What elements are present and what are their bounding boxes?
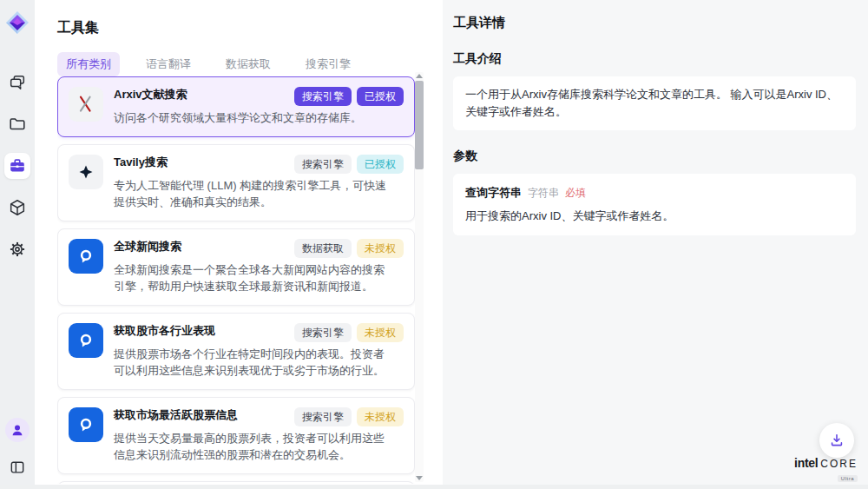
category-badge: 搜索引擎	[294, 87, 352, 106]
page-title: 工具集	[57, 19, 443, 37]
gear-icon	[8, 240, 27, 259]
param-description: 用于搜索的Arxiv ID、关键字或作者姓名。	[465, 208, 844, 224]
download-button[interactable]	[819, 423, 854, 458]
status-badge: 未授权	[357, 239, 404, 258]
user-avatar[interactable]	[5, 418, 30, 442]
tool-card-arxiv[interactable]: Arxiv文献搜索 搜索引擎 已授权 访问各个研究领域大量科学论文和文章的存储库…	[57, 76, 415, 137]
category-badge: 搜索引擎	[294, 155, 352, 174]
params-heading: 参数	[453, 149, 856, 164]
badges: 数据获取 未授权	[294, 239, 404, 258]
card-content: Arxiv文献搜索 搜索引擎 已授权 访问各个研究领域大量科学论文和文章的存储库…	[114, 87, 404, 127]
brand-core-text: CORE	[820, 459, 858, 469]
tavily-star-icon	[69, 155, 103, 189]
card-content: 获取股市各行业表现 搜索引擎 未授权 提供股票市场各个行业在特定时间段内的表现。…	[114, 323, 404, 380]
category-badge: 数据获取	[294, 239, 352, 258]
card-content: Tavily搜索 搜索引擎 已授权 专为人工智能代理 (LLM) 构建的搜索引擎…	[114, 155, 404, 211]
juhe-news-icon	[69, 407, 103, 442]
badges: 搜索引擎 未授权	[294, 407, 404, 426]
detail-title: 工具详情	[453, 15, 856, 31]
panel-toggle-icon	[9, 459, 26, 476]
category-tabs: 所有类别 语言翻译 数据获取 搜索引擎	[57, 52, 443, 76]
sidebar-item-settings[interactable]	[4, 236, 30, 262]
tab-all-categories[interactable]: 所有类别	[57, 52, 120, 76]
category-badge: 搜索引擎	[294, 323, 352, 342]
folder-icon	[8, 115, 27, 134]
panel-toggle-button[interactable]	[4, 454, 30, 480]
status-badge: 未授权	[357, 323, 404, 342]
tab-language-translation[interactable]: 语言翻译	[137, 52, 200, 76]
tool-card-list: Arxiv文献搜索 搜索引擎 已授权 访问各个研究领域大量科学论文和文章的存储库…	[57, 76, 415, 484]
tool-detail-panel: 工具详情 工具介绍 一个用于从Arxiv存储库搜索科学论文和文章的工具。 输入可…	[443, 0, 868, 489]
param-type: 字符串	[528, 186, 559, 201]
sidebar-item-files[interactable]	[4, 111, 30, 137]
user-avatar-icon	[9, 421, 26, 439]
status-badge: 未授权	[357, 407, 404, 426]
tool-description: 访问各个研究领域大量科学论文和文章的存储库。	[114, 109, 404, 127]
intel-core-logo: intel CORE Ultra	[794, 457, 858, 483]
cube-icon	[8, 198, 27, 217]
status-badge: 已授权	[357, 155, 404, 174]
tab-data-fetching[interactable]: 数据获取	[217, 52, 279, 76]
badges: 搜索引擎 已授权	[294, 155, 404, 174]
brand-ultra-badge: Ultra	[838, 475, 858, 482]
badges: 搜索引擎 未授权	[294, 323, 404, 342]
sidebar-item-models[interactable]	[4, 195, 30, 221]
scroll-up-arrow-icon[interactable]	[416, 74, 423, 78]
tool-description: 全球新闻搜索是一个聚合全球各大新闻网站内容的搜索引擎，帮助用户快速获取全球最新资…	[114, 261, 404, 295]
param-required-flag: 必填	[565, 186, 586, 201]
sidebar-item-tools[interactable]	[4, 153, 30, 179]
tool-title: Tavily搜索	[114, 155, 168, 170]
toolbox-icon	[8, 156, 27, 175]
tool-card-regional-news[interactable]: 万维地区新闻查询 搜索引擎 未授权 查询具体行政区划内的新闻，快速了解各地新闻动	[57, 481, 415, 485]
card-content: 获取市场最活跃股票信息 搜索引擎 未授权 提供当天交易量最高的股票列表，投资者可…	[114, 407, 404, 464]
icon-rail	[0, 0, 35, 489]
badges: 搜索引擎 已授权	[294, 87, 404, 106]
sidebar-item-chat[interactable]	[4, 69, 30, 96]
status-badge: 已授权	[357, 87, 404, 106]
chat-icon	[8, 73, 27, 92]
tool-title: Arxiv文献搜索	[114, 87, 187, 102]
brand-intel-text: intel	[794, 457, 818, 469]
juhe-news-icon	[69, 323, 103, 358]
intro-heading: 工具介绍	[453, 51, 856, 67]
tool-description: 专为人工智能代理 (LLM) 构建的搜索引擎工具，可快速提供实时、准确和真实的结…	[114, 177, 404, 211]
parameter-item: 查询字符串 字符串 必填 用于搜索的Arxiv ID、关键字或作者姓名。	[453, 174, 856, 235]
tool-title: 获取股市各行业表现	[114, 323, 215, 339]
bottom-edge-strip	[0, 485, 868, 489]
tab-search-engine[interactable]: 搜索引擎	[297, 52, 359, 76]
download-icon	[828, 432, 845, 449]
tool-card-global-news[interactable]: 全球新闻搜索 数据获取 未授权 全球新闻搜索是一个聚合全球各大新闻网站内容的搜索…	[57, 228, 415, 306]
scroll-down-arrow-icon[interactable]	[416, 476, 423, 480]
app-logo-diamond-icon	[5, 10, 30, 35]
tool-intro-text: 一个用于从Arxiv存储库搜索科学论文和文章的工具。 输入可以是Arxiv ID…	[453, 76, 856, 130]
tool-card-sector-performance[interactable]: 获取股市各行业表现 搜索引擎 未授权 提供股票市场各个行业在特定时间段内的表现。…	[57, 313, 415, 390]
tool-title: 全球新闻搜索	[114, 239, 181, 254]
list-scrollbar[interactable]	[415, 72, 424, 482]
param-name: 查询字符串	[465, 185, 522, 201]
card-content: 全球新闻搜索 数据获取 未授权 全球新闻搜索是一个聚合全球各大新闻网站内容的搜索…	[114, 239, 404, 295]
category-badge: 搜索引擎	[294, 407, 352, 426]
tool-title: 获取市场最活跃股票信息	[114, 407, 238, 423]
arxiv-icon	[69, 87, 103, 122]
scrollbar-thumb[interactable]	[415, 81, 424, 169]
tool-card-active-stocks[interactable]: 获取市场最活跃股票信息 搜索引擎 未授权 提供当天交易量最高的股票列表，投资者可…	[57, 397, 415, 474]
juhe-news-icon	[69, 239, 103, 274]
tool-description: 提供股票市场各个行业在特定时间段内的表现。投资者可以利用这些信息来识别表现优于或…	[114, 346, 404, 380]
tool-description: 提供当天交易量最高的股票列表，投资者可以利用这些信息来识别流动性强的股票和潜在的…	[114, 430, 404, 464]
tool-list-panel: 工具集 所有类别 语言翻译 数据获取 搜索引擎 Arxiv文献搜索 搜索引擎 已…	[35, 0, 443, 489]
tool-card-tavily[interactable]: Tavily搜索 搜索引擎 已授权 专为人工智能代理 (LLM) 构建的搜索引擎…	[57, 144, 415, 221]
